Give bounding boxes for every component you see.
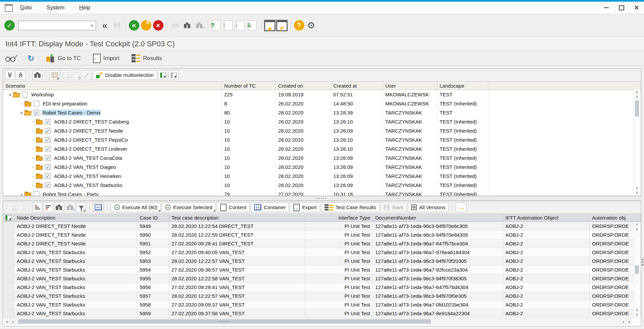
row-checkbox[interactable] xyxy=(45,182,51,188)
scroll-right-icon[interactable]: › xyxy=(10,319,16,324)
scroll-left-icon[interactable]: ‹ xyxy=(620,319,626,324)
row-selector[interactable] xyxy=(3,283,14,292)
export-button[interactable]: → Export xyxy=(290,202,320,212)
disable-multiselection-button[interactable]: ↱ Disable multiselection xyxy=(93,70,157,80)
row-selector[interactable] xyxy=(3,274,14,283)
sap-screen-icon[interactable] xyxy=(5,4,13,12)
page-up-button[interactable]: ↑ xyxy=(222,20,235,31)
alv-row[interactable]: AOBJ-2 DIRECT_TEST Nestle 5950 28.02.202… xyxy=(3,231,641,239)
tree-row[interactable]: ▪ AOBJ-2 VAN_TEST Starbucks 10 28.02.202… xyxy=(3,181,641,190)
refresh-button[interactable]: ↻ xyxy=(28,54,34,63)
tree-row-label[interactable]: AOBJ-2 DIRECT_TEST Calsberg xyxy=(53,119,130,125)
maximize-icon[interactable] xyxy=(619,5,624,10)
collapse-command-field-button[interactable]: « xyxy=(99,20,111,31)
tree-col-scenario[interactable]: Scenario xyxy=(3,82,222,90)
row-checkbox[interactable] xyxy=(45,173,51,179)
find-button[interactable] xyxy=(181,20,193,31)
tree-row[interactable]: ▪ AOBJ-2 VAN_TEST Diageo 10 28.02.2020 1… xyxy=(3,162,641,172)
menu-help[interactable]: Help xyxy=(79,5,90,11)
command-field[interactable]: ∨ xyxy=(18,21,96,30)
save-button[interactable] xyxy=(111,20,123,31)
window-splitter-grip[interactable] xyxy=(642,259,644,274)
tree-row-label[interactable]: AOBJ-2 VAN_TEST Starbucks xyxy=(53,182,124,188)
grid-find-button[interactable] xyxy=(54,202,64,212)
menu-goto[interactable]: Goto xyxy=(20,5,32,11)
find-next-button[interactable]: + xyxy=(193,20,205,31)
scrollbar-thumb[interactable] xyxy=(635,265,639,274)
deselect-columns-button[interactable] xyxy=(169,70,179,80)
tree-col-user[interactable]: User xyxy=(383,82,437,90)
new-session-button[interactable]: ↱ xyxy=(276,20,288,31)
tree-row-label[interactable]: AOBJ-2 VAN_TEST Diageo xyxy=(53,164,117,170)
horizontal-splitter[interactable]: ••••• xyxy=(3,196,641,201)
scrollbar-thumb[interactable] xyxy=(635,100,639,116)
container-button[interactable]: Container xyxy=(251,202,289,212)
execute-selected-button[interactable]: ▾ Execute Selected xyxy=(162,202,216,212)
help-button[interactable]: ? xyxy=(293,20,305,31)
print-button[interactable] xyxy=(169,20,181,31)
row-selector[interactable] xyxy=(3,231,14,239)
scrollbar-thumb[interactable]: ••••• xyxy=(18,319,431,324)
alv-row[interactable]: AOBJ-2 DIRECT_TEST Nestle 5949 28.02.202… xyxy=(3,222,641,231)
cancel-button[interactable]: × xyxy=(152,20,164,31)
tree-row-label[interactable]: AOBJ-2 VAN_TEST Heineken xyxy=(53,173,122,179)
select-all-cell[interactable] xyxy=(3,214,14,222)
collapse-all-button[interactable]: ≪ xyxy=(16,70,26,80)
alv-horizontal-scrollbar[interactable]: ‹ › ••••• ‹ › xyxy=(4,318,632,325)
alv-row[interactable]: AOBJ-2 VAN_TEST Starbucks 5956 27.02.202… xyxy=(3,283,641,292)
row-checkbox[interactable] xyxy=(34,191,39,196)
row-checkbox[interactable] xyxy=(45,146,51,152)
filter-button[interactable] xyxy=(76,202,86,212)
exit-button[interactable]: « xyxy=(140,20,152,31)
grid-find-next-button[interactable]: + xyxy=(65,202,75,212)
scroll-down-icon[interactable]: ∨ xyxy=(636,190,639,195)
row-selector[interactable] xyxy=(3,300,14,309)
row-selector[interactable] xyxy=(3,248,14,257)
alv-row[interactable]: AOBJ-2 VAN_TEST Starbucks 5953 28.02.202… xyxy=(3,257,641,266)
tree-row[interactable]: ▪ EDI test preparation 8 26.02.2020 14:4… xyxy=(3,99,641,108)
tree-row-label[interactable]: AOBJ-2 DIRECT_TEST Unilever xyxy=(53,146,129,152)
scroll-up-icon[interactable]: ∧ xyxy=(636,90,639,94)
alv-row[interactable]: AOBJ-2 VAN_TEST Starbucks 5957 28.02.202… xyxy=(3,292,641,300)
delete-row-button[interactable]: − xyxy=(16,202,26,212)
tree-col-landscape[interactable]: Landscape xyxy=(437,82,488,90)
create-shortcut-button[interactable]: ★ xyxy=(264,20,276,31)
alv-row[interactable]: AOBJ-2 DIRECT_TEST Nestle 5951 27.02.202… xyxy=(3,239,641,248)
scroll-down-icon[interactable]: ∨ xyxy=(636,227,639,231)
alv-col-automation-object[interactable]: Automation obj xyxy=(590,214,641,222)
row-selector[interactable] xyxy=(3,257,14,266)
row-checkbox[interactable] xyxy=(34,110,39,115)
scroll-up-icon[interactable]: ∧ xyxy=(636,308,639,312)
tree-row-label[interactable]: AOBJ-2 DIRECT_TEST PepsiCo xyxy=(53,137,129,143)
delete-node-button[interactable]: − xyxy=(60,70,70,80)
scroll-down-icon[interactable]: ∨ xyxy=(636,94,639,99)
tree-row[interactable]: ▪ AOBJ-2 VAN_TEST CocaCola 10 28.02.2020… xyxy=(3,153,641,162)
alv-col-case-id[interactable]: Case ID xyxy=(137,214,169,222)
tree-row[interactable]: ▪ AOBJ-2 DIRECT_TEST Calsberg 10 28.02.2… xyxy=(3,117,641,126)
tree-hierarchy-button[interactable] xyxy=(50,70,59,80)
tree-expander-icon[interactable]: ▪ xyxy=(30,156,36,160)
results-button[interactable]: Results xyxy=(132,54,162,62)
row-checkbox[interactable] xyxy=(45,128,51,134)
tree-row-label[interactable]: Workshop xyxy=(30,91,55,98)
tree-row[interactable]: ▪ AOBJ-2 VAN_TEST Heineken 10 28.02.2020… xyxy=(3,172,641,181)
tree-expander-icon[interactable]: ▪ xyxy=(30,184,36,187)
execute-all-button[interactable]: ▾ Execute All (80) xyxy=(111,202,161,212)
menu-system[interactable]: System xyxy=(47,5,64,11)
tree-row-label[interactable]: Robot Test Cases - Party xyxy=(41,191,100,196)
enter-button[interactable]: ✓ xyxy=(3,20,15,31)
row-checkbox[interactable] xyxy=(45,164,51,170)
tree-expander-icon[interactable]: ▪ xyxy=(30,120,36,124)
first-page-button[interactable]: ⇈ xyxy=(210,20,222,31)
content-button[interactable]: Content xyxy=(217,202,250,212)
row-checkbox[interactable] xyxy=(45,155,51,161)
row-selector[interactable] xyxy=(3,239,14,248)
alv-col-test-case-description[interactable]: Test case description xyxy=(169,214,305,222)
select-columns-button[interactable] xyxy=(158,70,168,80)
layout-options-button[interactable]: ⚙ xyxy=(305,20,317,31)
row-checkbox[interactable] xyxy=(45,137,51,143)
alv-row[interactable]: AOBJ-2 VAN_TEST Starbucks 5955 28.02.202… xyxy=(3,274,641,283)
alv-col-node-description[interactable]: Node Description xyxy=(14,214,137,222)
expand-all-button[interactable]: ≫ xyxy=(5,70,15,80)
scroll-up-icon[interactable]: ∧ xyxy=(636,186,639,190)
